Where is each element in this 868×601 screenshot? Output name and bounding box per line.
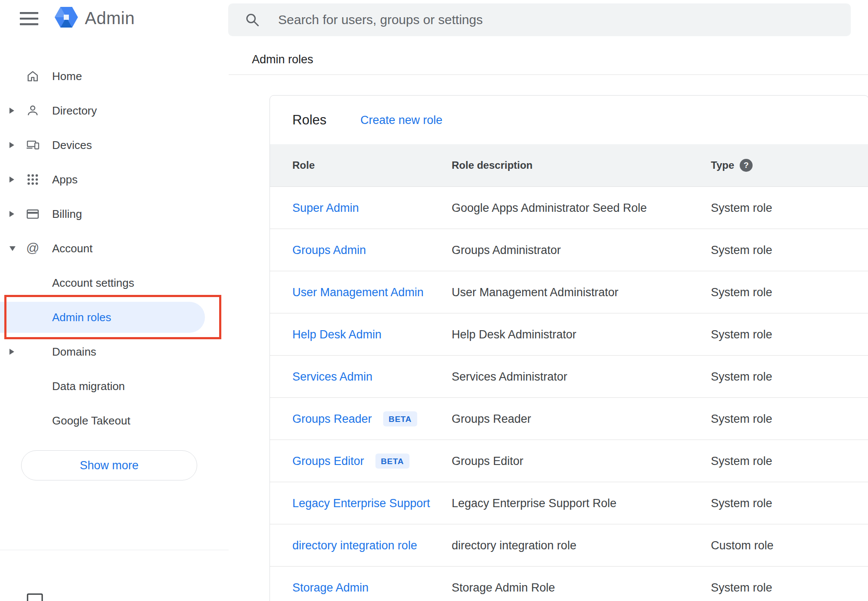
table-row: Groups Admin Groups Administrator System… — [270, 229, 868, 271]
role-type-cell: System role — [711, 496, 772, 510]
collapse-down-icon[interactable] — [9, 246, 16, 251]
sidebar-nav: Home Directory Devices — [0, 59, 229, 438]
admin-logo[interactable]: Admin — [55, 6, 135, 30]
devices-icon — [25, 137, 40, 153]
panel-title: Roles — [292, 112, 326, 128]
product-name: Admin — [85, 9, 135, 28]
role-description-cell: Services Administrator — [452, 370, 567, 383]
sidebar-item-billing[interactable]: Billing — [0, 197, 229, 231]
sidebar-item-devices[interactable]: Devices — [0, 128, 229, 162]
role-description-cell: Legacy Enterprise Support Role — [452, 496, 617, 510]
role-type-cell: System role — [711, 201, 772, 214]
role-type-cell: System role — [711, 285, 772, 299]
role-link[interactable]: User Management Admin — [292, 285, 424, 299]
sidebar-item-google-takeout[interactable]: Google Takeout — [0, 403, 229, 438]
expand-right-icon[interactable] — [9, 177, 14, 183]
role-link[interactable]: directory integration role — [292, 539, 417, 552]
beta-badge: BETA — [383, 411, 418, 426]
column-header-role: Role — [292, 159, 315, 171]
sidebar-item-data-migration[interactable]: Data migration — [0, 369, 229, 403]
sidebar-item-directory[interactable]: Directory — [0, 93, 229, 128]
expand-right-icon[interactable] — [9, 142, 14, 148]
table-row: User Management Admin User Management Ad… — [270, 271, 868, 313]
table-row: Groups Editor BETA Groups Editor System … — [270, 440, 868, 482]
table-row: Storage Admin Storage Admin Role System … — [270, 567, 868, 601]
create-new-role-link[interactable]: Create new role — [360, 113, 443, 127]
roles-panel-header: Roles Create new role — [270, 96, 868, 144]
sidebar-item-label: Billing — [52, 208, 82, 221]
credit-card-icon — [25, 206, 40, 222]
role-description-cell: Help Desk Administrator — [452, 328, 577, 341]
role-type-cell: System role — [711, 454, 772, 468]
role-link[interactable]: Groups Reader — [292, 412, 372, 425]
role-link[interactable]: Storage Admin — [292, 581, 369, 594]
sidebar-item-label: Home — [52, 70, 82, 83]
role-type-cell: System role — [711, 243, 772, 257]
device-icon-cutoff[interactable] — [26, 592, 45, 601]
role-description-cell: Groups Editor — [452, 454, 524, 468]
show-more-label: Show more — [80, 459, 139, 472]
sidebar-item-label: Google Takeout — [52, 414, 130, 428]
role-link[interactable]: Groups Editor — [292, 454, 364, 468]
sidebar-item-domains[interactable]: Domains — [0, 335, 229, 369]
sidebar-bottom-divider — [0, 550, 229, 550]
at-sign-icon: @ — [25, 241, 40, 256]
apps-grid-icon — [25, 172, 40, 187]
roles-panel: Roles Create new role Role Role descript… — [270, 95, 868, 601]
column-header-description: Role description — [452, 159, 533, 171]
role-description-cell: User Management Administrator — [452, 285, 618, 299]
role-type-cell: System role — [711, 370, 772, 383]
header-divider — [229, 74, 868, 75]
table-row: Super Admin Google Apps Administrator Se… — [270, 187, 868, 229]
show-more-button[interactable]: Show more — [21, 450, 197, 480]
breadcrumb: Admin roles — [252, 52, 313, 67]
expand-right-icon[interactable] — [9, 349, 14, 355]
sidebar-item-admin-roles[interactable]: Admin roles — [0, 302, 205, 333]
role-type-cell: System role — [711, 581, 772, 594]
sidebar-item-account-settings[interactable]: Account settings — [0, 266, 229, 300]
sidebar-item-label: Admin roles — [52, 311, 111, 324]
home-icon — [25, 68, 40, 84]
search-bar — [228, 3, 851, 36]
sidebar-item-label: Apps — [52, 173, 78, 186]
sidebar-item-label: Directory — [52, 104, 97, 118]
sidebar-item-label: Data migration — [52, 380, 125, 393]
admin-hexagon-logo-icon — [55, 6, 78, 30]
expand-right-icon[interactable] — [9, 108, 14, 114]
sidebar-item-label: Domains — [52, 345, 96, 359]
column-header-type: Type — [711, 159, 734, 171]
table-row: Services Admin Services Administrator Sy… — [270, 356, 868, 398]
search-input[interactable] — [278, 12, 816, 27]
sidebar-item-apps[interactable]: Apps — [0, 162, 229, 197]
table-row: Legacy Enterprise Support Legacy Enterpr… — [270, 482, 868, 524]
sidebar-item-label: Account — [52, 242, 93, 255]
role-description-cell: Google Apps Administrator Seed Role — [452, 201, 647, 214]
role-link[interactable]: Groups Admin — [292, 243, 366, 257]
table-header-row: Role Role description Type ? — [270, 144, 868, 187]
role-link[interactable]: Super Admin — [292, 201, 359, 214]
role-type-cell: System role — [711, 412, 772, 425]
role-description-cell: directory integration role — [452, 539, 577, 552]
person-icon — [25, 103, 40, 118]
hamburger-menu-icon[interactable] — [20, 11, 39, 26]
expand-right-icon[interactable] — [9, 211, 14, 217]
role-link[interactable]: Help Desk Admin — [292, 328, 381, 341]
sidebar-item-label: Account settings — [52, 276, 134, 290]
role-type-cell: System role — [711, 328, 772, 341]
table-row: Help Desk Admin Help Desk Administrator … — [270, 313, 868, 356]
role-link[interactable]: Legacy Enterprise Support — [292, 496, 430, 510]
sidebar-item-label: Devices — [52, 139, 92, 152]
table-row: directory integration role directory int… — [270, 524, 868, 567]
help-icon[interactable]: ? — [740, 159, 753, 172]
svg-text:@: @ — [26, 241, 39, 255]
role-description-cell: Groups Reader — [452, 412, 531, 425]
role-link[interactable]: Services Admin — [292, 370, 372, 383]
sidebar-item-home[interactable]: Home — [0, 59, 229, 93]
search-icon[interactable] — [245, 12, 260, 28]
role-description-cell: Groups Administrator — [452, 243, 561, 257]
sidebar: Admin Home Directory Devices — [0, 0, 229, 601]
role-type-cell: Custom role — [711, 539, 774, 552]
roles-table-body: Super Admin Google Apps Administrator Se… — [270, 187, 868, 601]
sidebar-item-account[interactable]: @ Account — [0, 231, 229, 266]
role-description-cell: Storage Admin Role — [452, 581, 555, 594]
